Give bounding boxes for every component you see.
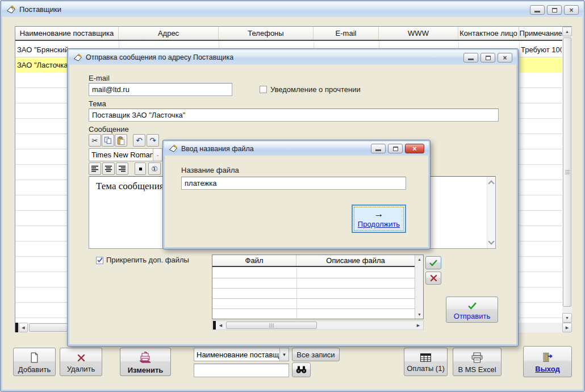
close-button[interactable]: ×: [498, 53, 512, 62]
delete-x-icon: [77, 353, 86, 362]
col-header-name[interactable]: Наименование поставщика: [15, 27, 119, 40]
minimize-button[interactable]: [463, 53, 478, 62]
attach-files-label: Прикрепить доп. файлы: [106, 256, 189, 264]
bullet-icon: [139, 168, 142, 170]
red-x-icon: [430, 274, 437, 282]
col-header-contact[interactable]: Контактное лицо: [458, 27, 519, 40]
close-button[interactable]: ×: [405, 144, 424, 153]
numbered-list-icon: ①: [151, 165, 158, 173]
col-header-email[interactable]: E-mail: [314, 27, 379, 40]
minimize-icon: [375, 149, 381, 151]
email-field[interactable]: [89, 83, 232, 96]
printer-icon: [471, 352, 483, 363]
exit-button[interactable]: Выход: [523, 346, 572, 377]
files-hscrollbar[interactable]: ◀ ▶: [212, 320, 424, 330]
arrow-right-icon: →: [374, 209, 384, 219]
scroll-up-button[interactable]: ▲: [415, 255, 424, 264]
exit-door-icon: [542, 352, 553, 362]
new-page-icon: [30, 352, 39, 363]
col-header-note[interactable]: Примечание: [519, 27, 562, 40]
minimize-button[interactable]: [530, 5, 545, 15]
vscroll-thumb[interactable]: [563, 37, 571, 307]
copy-button[interactable]: [102, 134, 114, 147]
paste-button[interactable]: [115, 134, 127, 147]
combobox-arrow[interactable]: ▼: [279, 348, 289, 361]
edit-button[interactable]: Изменить: [120, 348, 171, 376]
align-center-icon: [105, 165, 112, 172]
align-right-button[interactable]: [116, 162, 128, 175]
attach-files-checkbox[interactable]: [96, 257, 103, 264]
scroll-up-button[interactable]: ▲: [562, 27, 572, 36]
excel-button[interactable]: В MS Excel: [453, 348, 502, 376]
delete-button[interactable]: Удалить: [60, 348, 102, 376]
numbered-list-button[interactable]: ①: [148, 162, 161, 175]
minimize-icon: [534, 11, 540, 12]
continue-button[interactable]: → Продолжить: [352, 205, 406, 233]
chevron-down-icon[interactable]: [488, 238, 494, 244]
send-dialog-titlebar[interactable]: Отправка сообщения по адресу Поставщика: [69, 50, 517, 65]
hscroll-thumb[interactable]: [226, 322, 317, 329]
send-button[interactable]: Отправить: [446, 297, 498, 323]
search-input[interactable]: [194, 364, 289, 377]
align-left-button[interactable]: [89, 162, 101, 175]
add-label: Добавить: [18, 365, 51, 374]
maximize-icon: [393, 147, 398, 151]
close-icon: ×: [412, 145, 416, 152]
close-button[interactable]: ×: [564, 5, 579, 15]
all-records-button[interactable]: Все записи: [292, 348, 340, 361]
col-header-www[interactable]: WWW: [379, 27, 458, 40]
message-vscrollbar[interactable]: [487, 177, 495, 248]
col-header-address[interactable]: Адрес: [119, 27, 219, 40]
excel-label: В MS Excel: [458, 365, 496, 374]
chevron-up-icon[interactable]: [488, 180, 494, 186]
bullet-list-button[interactable]: [135, 162, 146, 175]
scroll-down-button[interactable]: ▼: [562, 313, 572, 323]
scroll-right-button[interactable]: ▶: [562, 323, 572, 332]
app-icon: [6, 5, 16, 14]
scroll-right-button[interactable]: ▶: [414, 321, 423, 330]
filename-field[interactable]: [181, 177, 406, 190]
exit-label: Выход: [535, 365, 559, 373]
redo-button[interactable]: ↷: [147, 134, 159, 147]
maximize-button[interactable]: [388, 144, 403, 153]
undo-icon: ↶: [136, 136, 143, 145]
undo-button[interactable]: ↶: [133, 134, 145, 147]
row1-note-cell[interactable]: Требуют 100%: [521, 45, 562, 54]
screen: Поставщики × Наименование поставщика Адр…: [0, 0, 585, 392]
payments-button[interactable]: Оплаты (1): [404, 348, 448, 376]
align-center-button[interactable]: [102, 162, 115, 175]
read-receipt-label: Уведомление о прочтении: [270, 85, 361, 94]
find-button[interactable]: [292, 362, 311, 377]
hsplit-bar[interactable]: [15, 323, 18, 332]
redo-icon: ↷: [149, 136, 156, 145]
checkmark-icon: [97, 257, 103, 263]
col-header-phones[interactable]: Телефоны: [219, 27, 314, 40]
table-vscrollbar[interactable]: ▲ ▼: [562, 27, 572, 323]
files-table-body[interactable]: [212, 268, 415, 319]
file-col-header[interactable]: Файл: [212, 255, 296, 266]
font-combobox-arrow[interactable]: ⌄: [153, 149, 162, 161]
remove-file-button[interactable]: [425, 272, 441, 285]
scroll-down-button[interactable]: ▼: [415, 310, 424, 319]
filter-field-combobox[interactable]: Наименование поставщика ▼: [194, 348, 289, 361]
font-combobox[interactable]: Times New Roman ⌄: [89, 148, 162, 161]
confirm-file-button[interactable]: [425, 256, 441, 269]
maximize-icon: [486, 56, 491, 60]
message-text: Тема сообщения: [96, 181, 164, 192]
scroll-left-button[interactable]: ◀: [19, 323, 28, 332]
scroll-left-button[interactable]: ◀: [216, 321, 225, 330]
desc-col-header[interactable]: Описание файла: [296, 255, 415, 266]
files-vscrollbar[interactable]: ▲ ▼: [415, 255, 423, 319]
maximize-button[interactable]: [547, 5, 562, 15]
cut-button[interactable]: ✂: [89, 134, 101, 147]
close-icon: ×: [569, 7, 573, 14]
minimize-button[interactable]: [371, 144, 386, 153]
hsplit-bar[interactable]: [213, 321, 216, 330]
subject-field[interactable]: [89, 109, 499, 122]
window-title: Поставщики: [19, 5, 61, 14]
green-check-icon: [429, 259, 438, 266]
suppliers-titlebar[interactable]: Поставщики: [2, 2, 583, 17]
maximize-button[interactable]: [480, 53, 495, 62]
add-button[interactable]: Добавить: [13, 348, 56, 376]
read-receipt-checkbox[interactable]: [260, 86, 267, 93]
